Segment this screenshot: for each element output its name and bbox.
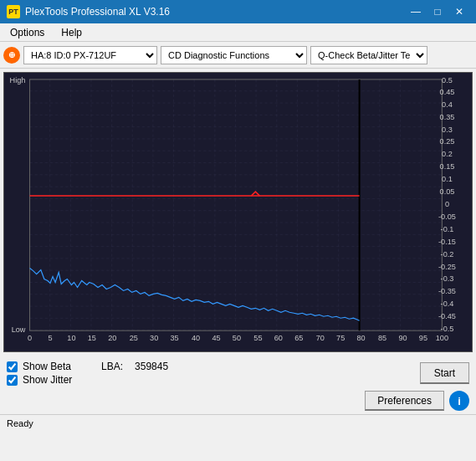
- svg-text:10: 10: [67, 334, 75, 342]
- svg-text:-0.2: -0.2: [441, 250, 454, 259]
- title-bar-controls: — □ ✕: [406, 4, 469, 19]
- svg-text:-0.05: -0.05: [438, 213, 456, 221]
- svg-text:-0.1: -0.1: [441, 225, 454, 233]
- svg-text:60: 60: [274, 334, 283, 342]
- status-bar: Ready: [0, 414, 476, 431]
- svg-text:0.1: 0.1: [442, 175, 453, 183]
- show-jitter-checkbox[interactable]: [7, 375, 18, 386]
- svg-text:50: 50: [233, 334, 241, 342]
- show-beta-row: Show Beta LBA: 359845: [7, 361, 168, 372]
- info-button[interactable]: i: [449, 391, 469, 411]
- start-button[interactable]: Start: [420, 362, 469, 384]
- svg-text:-0.4: -0.4: [441, 300, 454, 308]
- svg-text:-0.15: -0.15: [438, 238, 456, 246]
- maximize-button[interactable]: □: [427, 4, 448, 19]
- svg-text:95: 95: [419, 334, 427, 342]
- preferences-button[interactable]: Preferences: [365, 391, 444, 411]
- svg-text:0.15: 0.15: [440, 162, 455, 171]
- bottom-row2: Preferences i: [7, 391, 469, 411]
- menu-help[interactable]: Help: [54, 25, 89, 40]
- svg-text:-0.45: -0.45: [438, 312, 456, 320]
- svg-text:25: 25: [130, 334, 138, 342]
- toolbar-device: ⊕ HA:8 ID:0 PX-712UF: [3, 46, 157, 64]
- test-select[interactable]: Q-Check Beta/Jitter Test: [310, 46, 427, 64]
- svg-text:0.45: 0.45: [440, 88, 455, 96]
- title-bar: PT PlexTools Professional XL V3.16 — □ ✕: [0, 0, 476, 23]
- svg-text:65: 65: [294, 334, 303, 342]
- svg-text:Low: Low: [12, 325, 26, 334]
- svg-text:40: 40: [192, 334, 200, 342]
- svg-text:55: 55: [253, 334, 262, 342]
- svg-text:15: 15: [88, 334, 96, 342]
- bottom-row1: Show Beta LBA: 359845 Show Jitter Start: [7, 361, 469, 386]
- show-beta-checkbox[interactable]: [7, 361, 18, 372]
- toolbar: ⊕ HA:8 ID:0 PX-712UF CD Diagnostic Funct…: [0, 42, 476, 69]
- show-jitter-row: Show Jitter: [7, 374, 168, 386]
- svg-text:-0.25: -0.25: [438, 263, 456, 271]
- title-bar-left: PT PlexTools Professional XL V3.16: [7, 5, 170, 18]
- status-text: Ready: [7, 418, 33, 428]
- svg-text:100: 100: [436, 334, 448, 342]
- menu-options[interactable]: Options: [3, 25, 51, 40]
- svg-text:0: 0: [28, 334, 32, 342]
- svg-text:-0.5: -0.5: [441, 325, 454, 333]
- svg-text:45: 45: [212, 334, 220, 342]
- svg-text:0.2: 0.2: [442, 150, 453, 158]
- lba-value: 359845: [135, 361, 168, 372]
- svg-text:-0.35: -0.35: [438, 288, 456, 296]
- svg-text:0.3: 0.3: [442, 125, 453, 134]
- svg-text:0.4: 0.4: [442, 100, 453, 109]
- show-beta-label: Show Beta: [23, 361, 71, 372]
- svg-text:90: 90: [398, 334, 407, 342]
- chart-area: 0.5 0.45 0.4 0.35 0.3 0.25 0.2 0.15 0.1 …: [3, 72, 473, 352]
- svg-text:80: 80: [357, 334, 366, 342]
- svg-text:30: 30: [150, 334, 158, 342]
- svg-text:20: 20: [108, 334, 116, 342]
- svg-text:-0.3: -0.3: [441, 275, 454, 284]
- checkboxes: Show Beta LBA: 359845 Show Jitter: [7, 361, 168, 386]
- svg-text:75: 75: [336, 334, 345, 342]
- app-icon: PT: [7, 5, 20, 18]
- svg-text:70: 70: [316, 334, 325, 342]
- chart-svg: 0.5 0.45 0.4 0.35 0.3 0.25 0.2 0.15 0.1 …: [4, 73, 472, 351]
- menu-bar: Options Help: [0, 23, 476, 42]
- svg-rect-4: [30, 79, 443, 330]
- show-jitter-label: Show Jitter: [23, 374, 72, 386]
- svg-text:0.25: 0.25: [440, 138, 455, 146]
- svg-text:35: 35: [171, 334, 179, 342]
- lba-label: LBA:: [101, 361, 123, 372]
- svg-text:0.5: 0.5: [442, 76, 453, 85]
- function-select[interactable]: CD Diagnostic Functions: [161, 46, 307, 64]
- svg-text:0: 0: [445, 200, 449, 208]
- minimize-button[interactable]: —: [406, 4, 426, 19]
- device-select[interactable]: HA:8 ID:0 PX-712UF: [23, 46, 157, 64]
- svg-text:0.05: 0.05: [440, 187, 455, 196]
- svg-text:85: 85: [378, 334, 386, 342]
- bottom-panel: Show Beta LBA: 359845 Show Jitter Start …: [0, 356, 476, 414]
- svg-text:High: High: [10, 76, 26, 85]
- device-icon: ⊕: [3, 47, 20, 64]
- svg-text:5: 5: [48, 334, 52, 342]
- close-button[interactable]: ✕: [449, 4, 469, 19]
- title-bar-title: PlexTools Professional XL V3.16: [25, 6, 170, 18]
- svg-text:0.35: 0.35: [440, 113, 455, 121]
